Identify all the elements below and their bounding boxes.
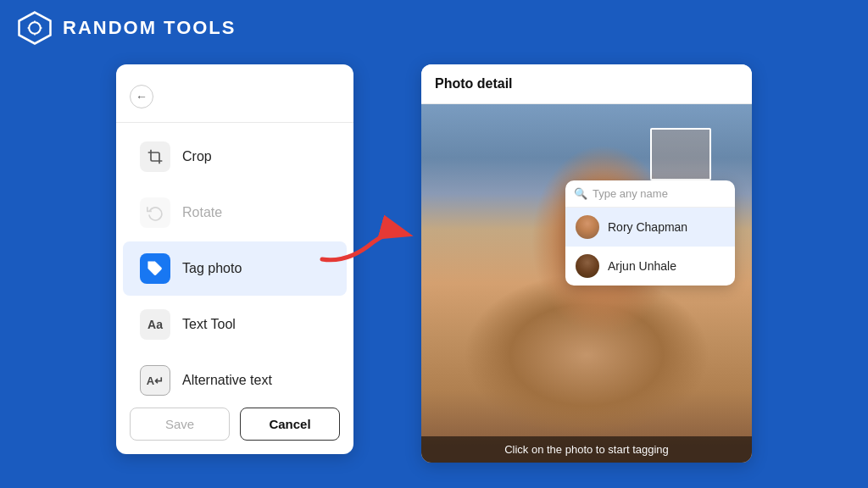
alt-text-label: Alternative text (182, 373, 272, 388)
brand-name: RANDOM TOOLS (63, 17, 236, 39)
brand-logo (17, 10, 53, 46)
photo-overlay-text: Click on the photo to start tagging (421, 436, 752, 463)
person-name-arjun: Arjun Unhale (608, 259, 676, 273)
text-tool-icon: Aa (140, 309, 170, 340)
menu-item-crop[interactable]: Crop (123, 130, 347, 184)
tag-search-input[interactable]: Type any name (593, 187, 668, 200)
back-icon[interactable]: ← (130, 85, 153, 108)
back-button[interactable]: ← (116, 78, 353, 115)
tag-person-rory[interactable]: Rory Chapman (565, 208, 735, 247)
panel-footer: Save Cancel (116, 408, 353, 441)
photo-panel: Photo detail 🔍 Type any name Rory Chapma… (421, 64, 752, 463)
arrow-indicator (314, 208, 415, 280)
cancel-button[interactable]: Cancel (240, 408, 340, 441)
tag-search-bar[interactable]: 🔍 Type any name (565, 180, 735, 208)
search-icon: 🔍 (574, 187, 587, 200)
divider (116, 122, 353, 123)
tag-photo-icon (140, 253, 170, 284)
menu-item-alt-text[interactable]: A↵ Alternative text (123, 353, 347, 408)
person-name-rory: Rory Chapman (608, 220, 687, 234)
alt-text-icon: A↵ (140, 365, 170, 396)
face-selection-box (650, 128, 711, 180)
main-content: ← Crop Rotate (0, 56, 868, 471)
svg-marker-0 (19, 13, 51, 44)
save-button[interactable]: Save (130, 408, 230, 441)
avatar-arjun (576, 254, 599, 278)
photo-area[interactable]: 🔍 Type any name Rory Chapman Arjun Unhal… (421, 104, 752, 463)
tag-photo-label: Tag photo (182, 261, 242, 276)
crop-label: Crop (182, 149, 212, 164)
rotate-icon (140, 197, 170, 228)
tag-person-arjun[interactable]: Arjun Unhale (565, 247, 735, 286)
photo-panel-title: Photo detail (421, 64, 752, 104)
text-tool-label: Text Tool (182, 317, 236, 332)
svg-point-1 (29, 22, 40, 33)
menu-item-text-tool[interactable]: Aa Text Tool (123, 297, 347, 352)
header: RANDOM TOOLS (0, 0, 868, 56)
crop-icon (140, 141, 170, 172)
rotate-label: Rotate (182, 205, 222, 220)
avatar-rory (576, 215, 599, 239)
tag-dropdown: 🔍 Type any name Rory Chapman Arjun Unhal… (565, 180, 735, 286)
